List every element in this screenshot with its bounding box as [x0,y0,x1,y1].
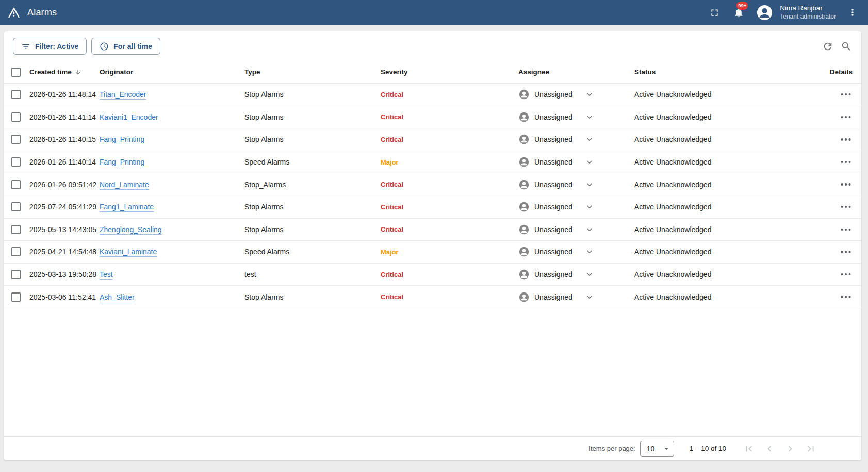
assignee-cell[interactable]: Unassigned [518,269,634,280]
search-button[interactable] [839,39,854,54]
more-menu-button[interactable] [845,5,860,20]
user-name: Nima Ranjbar [780,4,836,13]
refresh-button[interactable] [820,39,836,54]
page-size-select[interactable]: 10 [640,441,674,457]
assignee-cell[interactable]: Unassigned [518,111,634,123]
originator-link[interactable]: Nord_Laminate [100,181,149,189]
next-page-button[interactable] [780,438,800,459]
column-header-severity[interactable]: Severity [381,68,518,76]
refresh-icon [822,41,833,52]
assignee-cell[interactable]: Unassigned [518,224,634,235]
assignee-cell[interactable]: Unassigned [518,156,634,168]
table-row: 2025-03-06 11:52:41 Ash_Slitter Stop Ala… [4,286,861,308]
more-actions-button[interactable] [839,269,853,280]
assignee-avatar-icon [518,179,530,190]
assignee-cell[interactable]: Unassigned [518,134,634,145]
last-page-button[interactable] [800,438,821,459]
originator-link[interactable]: Fang_Printing [100,158,144,166]
more-actions-button[interactable] [839,202,853,212]
more-actions-button[interactable] [839,180,853,190]
table-empty-space [4,308,861,436]
table-row: 2026-01-26 11:48:14 Titan_Encoder Stop A… [4,84,861,106]
more-actions-button[interactable] [839,224,853,235]
notifications-button[interactable]: 99+ [731,5,746,20]
more-actions-button[interactable] [839,292,853,302]
assignee-label: Unassigned [534,158,572,166]
table-footer: Items per page: 10 1 – 10 of 10 [4,436,861,460]
chevron-down-icon [584,247,595,257]
type-cell: Stop Alarms [244,135,381,143]
first-page-button[interactable] [739,438,759,459]
chevron-down-icon [584,157,595,167]
chevron-down-icon [584,292,595,302]
table-row: 2025-05-13 14:43:05 Zhenglong_Sealing St… [4,219,861,241]
row-checkbox[interactable] [11,292,21,302]
row-checkbox[interactable] [11,90,21,99]
column-header-originator[interactable]: Originator [100,68,244,76]
more-actions-button[interactable] [839,112,853,122]
user-info[interactable]: Nima Ranjbar Tenant administrator [780,4,836,21]
status-cell: Active Unacknowledged [634,293,776,301]
assignee-label: Unassigned [534,248,572,256]
column-header-created-time[interactable]: Created time [29,68,100,76]
prev-page-button[interactable] [759,438,780,459]
column-header-status[interactable]: Status [634,68,776,76]
assignee-label: Unassigned [534,225,572,234]
row-checkbox[interactable] [11,157,21,167]
row-checkbox[interactable] [11,112,21,122]
row-checkbox[interactable] [11,202,21,211]
more-actions-button[interactable] [839,157,853,167]
originator-link[interactable]: Ash_Slitter [100,293,135,301]
table-row: 2026-01-26 11:40:15 Fang_Printing Stop A… [4,128,861,151]
originator-link[interactable]: Fang_Printing [100,135,144,143]
row-checkbox[interactable] [11,135,21,144]
more-horiz-icon [845,229,847,231]
originator-link[interactable]: Test [100,270,113,279]
filter-button[interactable]: Filter: Active [13,38,87,55]
row-checkbox[interactable] [11,225,21,234]
chevron-left-icon [764,443,775,454]
originator-link[interactable]: Titan_Encoder [100,90,146,99]
more-horiz-icon [845,251,847,253]
row-checkbox[interactable] [11,247,21,256]
content-card: Filter: Active For all time [4,31,861,460]
select-all-checkbox[interactable] [11,68,21,77]
severity-cell: Critical [381,271,518,279]
kebab-icon [847,7,858,18]
more-horiz-icon [845,296,847,298]
table-toolbar: Filter: Active For all time [4,31,861,61]
created-time-cell: 2026-01-26 11:40:14 [29,158,100,166]
more-actions-button[interactable] [839,134,853,144]
assignee-avatar-icon [518,291,530,303]
row-checkbox[interactable] [11,270,21,279]
assignee-cell[interactable]: Unassigned [518,246,634,257]
status-cell: Active Unacknowledged [634,113,776,121]
originator-link[interactable]: Zhenglong_Sealing [100,225,162,234]
user-avatar[interactable] [756,4,774,22]
assignee-cell[interactable]: Unassigned [518,89,634,100]
status-cell: Active Unacknowledged [634,248,776,256]
row-checkbox[interactable] [11,180,21,189]
column-header-type[interactable]: Type [244,68,381,76]
fullscreen-button[interactable] [707,5,722,20]
assignee-cell[interactable]: Unassigned [518,179,634,190]
page-range-label: 1 – 10 of 10 [690,445,726,452]
timewindow-button[interactable]: For all time [91,38,160,55]
status-cell: Active Unacknowledged [634,181,776,189]
status-cell: Active Unacknowledged [634,135,776,143]
chevron-down-icon [584,180,595,190]
type-cell: Speed Alarms [244,158,381,166]
column-header-details: Details [776,68,861,76]
originator-link[interactable]: Kaviani1_Encoder [100,113,158,121]
assignee-cell[interactable]: Unassigned [518,201,634,213]
column-header-assignee[interactable]: Assignee [518,68,634,76]
avatar-icon [756,4,774,22]
originator-link[interactable]: Fang1_Laminate [100,203,154,211]
more-actions-button[interactable] [839,89,853,100]
originator-link[interactable]: Kaviani_Laminate [100,248,157,256]
assignee-label: Unassigned [534,293,572,301]
assignee-cell[interactable]: Unassigned [518,291,634,303]
severity-cell: Critical [381,181,518,188]
search-icon [841,41,852,52]
more-actions-button[interactable] [839,247,853,257]
